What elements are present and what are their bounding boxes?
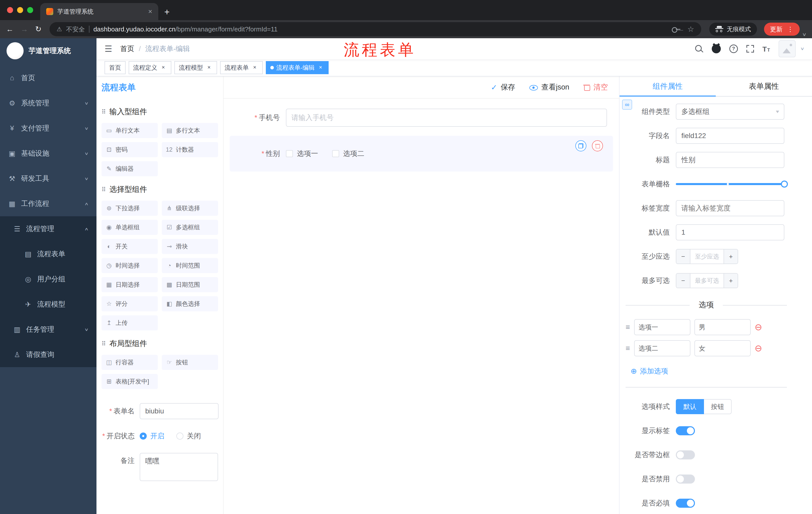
palette-component[interactable]: ◔ 时间范围: [162, 258, 218, 273]
sidebar-toggle-icon[interactable]: ☰: [105, 44, 112, 54]
phone-input[interactable]: [286, 109, 607, 127]
palette-component[interactable]: ⊡ 密码: [102, 142, 158, 157]
window-close-button[interactable]: [7, 7, 13, 13]
clear-button[interactable]: 清空: [583, 82, 608, 92]
font-size-icon[interactable]: [762, 45, 770, 53]
sidebar-item[interactable]: ▥ 任务管理 ∨: [0, 317, 96, 342]
copy-component-button[interactable]: [575, 140, 586, 152]
tag-item[interactable]: 流程定义 ×: [128, 61, 171, 74]
help-icon[interactable]: [729, 45, 738, 53]
update-button[interactable]: 更新 ⋮: [764, 23, 800, 36]
sidebar-item[interactable]: ☰ 流程管理 ∧: [0, 216, 96, 241]
checkbox-option[interactable]: 选项一: [286, 149, 318, 158]
palette-component[interactable]: ▦ 日期选择: [102, 277, 158, 292]
tag-item[interactable]: 流程表单-编辑 ×: [266, 61, 329, 74]
app-logo[interactable]: 芋道管理系统: [0, 38, 96, 63]
component-type-select[interactable]: 多选框组 ▾: [676, 104, 784, 120]
option-style-default-button[interactable]: 默认: [676, 399, 704, 414]
search-icon[interactable]: [695, 45, 703, 53]
sidebar-item[interactable]: ¥ 支付管理 ∨: [0, 116, 96, 141]
tag-item[interactable]: 流程表单 ×: [220, 61, 263, 74]
password-key-icon[interactable]: [672, 27, 680, 32]
palette-component[interactable]: ✎ 编辑器: [102, 161, 158, 176]
increase-button[interactable]: +: [724, 274, 737, 288]
tag-item[interactable]: 流程模型 ×: [174, 61, 217, 74]
form-name-input[interactable]: [140, 403, 219, 419]
breadcrumb-home[interactable]: 首页: [120, 44, 134, 54]
remark-textarea[interactable]: 嘿嘿: [140, 453, 218, 481]
github-icon[interactable]: [712, 44, 721, 53]
palette-component[interactable]: ▭ 单行文本: [102, 123, 158, 138]
palette-component[interactable]: ⊞ 表格[开发中]: [102, 374, 158, 389]
checkbox[interactable]: [332, 150, 339, 157]
title-input[interactable]: [676, 152, 784, 168]
field-name-input[interactable]: [676, 128, 784, 144]
sidebar-item[interactable]: ◎ 用户分组: [0, 267, 96, 292]
sidebar-item[interactable]: ✈ 流程模型: [0, 292, 96, 317]
palette-component[interactable]: ◉ 单选框组: [102, 220, 158, 235]
delete-component-button[interactable]: [592, 140, 603, 152]
window-zoom-button[interactable]: [27, 7, 33, 13]
tab-form-props[interactable]: 表单属性: [716, 77, 812, 96]
tag-close-icon[interactable]: ×: [205, 64, 212, 71]
palette-component[interactable]: ▤ 多行文本: [162, 123, 218, 138]
palette-component[interactable]: ↥ 上传: [102, 315, 158, 330]
option-style-button-button[interactable]: 按钮: [704, 399, 732, 414]
checkbox-option[interactable]: 选项二: [332, 149, 364, 158]
sidebar-item[interactable]: ⚒ 研发工具 ∨: [0, 166, 96, 191]
palette-component[interactable]: ⊚ 下拉选择: [102, 201, 158, 216]
label-width-input[interactable]: [676, 200, 784, 216]
tab-close-icon[interactable]: ×: [148, 7, 152, 16]
option-value-input[interactable]: [694, 319, 751, 335]
bookmark-star-icon[interactable]: ☆: [687, 25, 694, 33]
tab-component-props[interactable]: 组件属性: [619, 77, 716, 96]
back-icon[interactable]: ←: [6, 25, 13, 33]
max-count-input[interactable]: [690, 274, 724, 288]
sidebar-item[interactable]: ▦ 工作流程 ∧: [0, 191, 96, 216]
switch[interactable]: [676, 450, 695, 459]
palette-component[interactable]: ☑ 多选框组: [162, 220, 218, 235]
decrease-button[interactable]: −: [676, 274, 690, 288]
new-tab-button[interactable]: +: [164, 7, 170, 17]
option-label-input[interactable]: [634, 319, 690, 335]
tag-close-icon[interactable]: ×: [317, 64, 324, 71]
drag-handle-icon[interactable]: ≡: [626, 323, 630, 331]
option-label-input[interactable]: [634, 340, 690, 356]
switch[interactable]: [676, 475, 695, 484]
radio-off[interactable]: 关闭: [176, 431, 201, 441]
default-value-input[interactable]: [676, 224, 784, 240]
option-value-input[interactable]: [694, 340, 751, 356]
user-avatar[interactable]: [779, 40, 796, 57]
palette-component[interactable]: ◫ 行容器: [102, 355, 158, 370]
grid-slider[interactable]: [676, 183, 784, 185]
tag-close-icon[interactable]: ×: [160, 64, 167, 71]
sidebar-item[interactable]: ♙ 请假查询: [0, 342, 96, 367]
palette-component[interactable]: ◷ 时间选择: [102, 258, 158, 273]
min-count-input[interactable]: [690, 249, 724, 264]
radio-on[interactable]: 开启: [140, 431, 164, 441]
reload-icon[interactable]: ↻: [35, 25, 41, 33]
address-bar[interactable]: ⚠ 不安全 dashboard.yudao.iocoder.cn/bpm/man…: [50, 22, 701, 36]
avatar-caret-icon[interactable]: ∨: [800, 46, 805, 51]
palette-component[interactable]: ◐ 开关: [102, 239, 158, 254]
palette-component[interactable]: ⊸ 滑块: [162, 239, 218, 254]
checkbox[interactable]: [286, 150, 293, 157]
window-minimize-button[interactable]: [17, 7, 23, 13]
decrease-button[interactable]: −: [676, 249, 690, 264]
palette-component[interactable]: ⋔ 级联选择: [162, 201, 218, 216]
toolbar-caret-icon[interactable]: ∨: [802, 32, 807, 37]
palette-component[interactable]: 123 计数器: [162, 142, 218, 157]
fullscreen-icon[interactable]: [747, 45, 754, 53]
remove-option-icon[interactable]: ⊖: [755, 323, 762, 332]
forward-icon[interactable]: →: [21, 25, 28, 33]
switch[interactable]: [676, 499, 695, 508]
phone-field-row[interactable]: *手机号: [236, 109, 607, 127]
palette-component[interactable]: ☞ 按钮: [162, 355, 218, 370]
switch[interactable]: [676, 426, 695, 435]
view-json-button[interactable]: 查看json: [529, 82, 569, 92]
palette-component[interactable]: ▩ 日期范围: [162, 277, 218, 292]
save-button[interactable]: ✓ 保存: [491, 82, 515, 92]
sidebar-item[interactable]: ▣ 基础设施 ∨: [0, 141, 96, 166]
palette-component[interactable]: ☆ 评分: [102, 296, 158, 311]
tag-item[interactable]: 首页 ×: [105, 61, 126, 74]
